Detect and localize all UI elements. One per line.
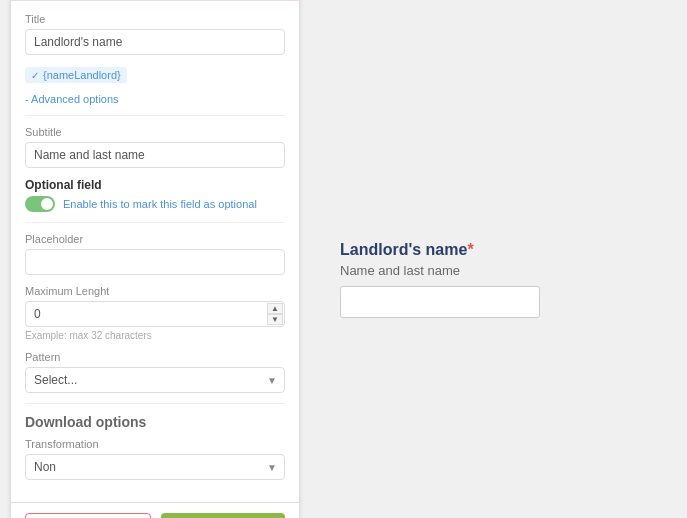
placeholder-field-group: Placeholder: [25, 233, 285, 275]
optional-field-group: Optional field Enable this to mark this …: [25, 178, 285, 212]
pattern-label: Pattern: [25, 351, 285, 363]
title-field-group: Title: [25, 13, 285, 55]
maxlength-label: Maximum Lenght: [25, 285, 285, 297]
spinner-up[interactable]: ▲: [267, 303, 283, 314]
divider-1: [25, 115, 285, 116]
tag-group: ✓ {nameLandlord}: [25, 65, 285, 84]
pattern-field-group: Pattern Select... Email Phone URL Number…: [25, 351, 285, 393]
spinner-down[interactable]: ▼: [267, 314, 283, 325]
divider-2: [25, 222, 285, 223]
transformation-select[interactable]: Non Uppercase Lowercase Capitalize: [25, 454, 285, 480]
toggle-knob: [41, 198, 53, 210]
panel-body: Title ✓ {nameLandlord} - Advanced option…: [11, 1, 299, 503]
transformation-label: Transformation: [25, 438, 285, 450]
pattern-select-wrap: Select... Email Phone URL Number ▼: [25, 367, 285, 393]
optional-toggle-label: Enable this to mark this field as option…: [63, 198, 257, 210]
save-button[interactable]: Save: [161, 513, 285, 518]
optional-section-title: Optional field: [25, 178, 285, 192]
title-input[interactable]: [25, 29, 285, 55]
preview-subtitle: Name and last name: [340, 263, 460, 278]
cancel-button[interactable]: Cancel: [25, 513, 151, 518]
preview-input[interactable]: [340, 286, 540, 318]
subtitle-field-group: Subtitle: [25, 126, 285, 168]
transformation-field-group: Transformation Non Uppercase Lowercase C…: [25, 438, 285, 480]
subtitle-input[interactable]: [25, 142, 285, 168]
transformation-select-wrap: Non Uppercase Lowercase Capitalize ▼: [25, 454, 285, 480]
advanced-options-link[interactable]: - Advanced options: [25, 93, 285, 105]
maxlength-input-wrap: ▲ ▼: [25, 301, 285, 327]
maxlength-hint: Example: max 32 characters: [25, 330, 285, 341]
short-text-panel: ☰ Short text ? Title ✓ {nameLandlord} - …: [10, 0, 300, 518]
required-star: *: [467, 241, 473, 258]
download-options-heading: Download options: [25, 403, 285, 430]
title-label: Title: [25, 13, 285, 25]
maxlength-input[interactable]: [25, 301, 285, 327]
placeholder-input[interactable]: [25, 249, 285, 275]
tag-check-icon: ✓: [31, 70, 39, 81]
name-tag[interactable]: ✓ {nameLandlord}: [25, 67, 127, 83]
optional-row: Enable this to mark this field as option…: [25, 196, 285, 212]
pattern-select[interactable]: Select... Email Phone URL Number: [25, 367, 285, 393]
maxlength-field-group: Maximum Lenght ▲ ▼ Example: max 32 chara…: [25, 285, 285, 341]
spinner-buttons: ▲ ▼: [267, 303, 283, 325]
panel-footer: Cancel Save: [11, 502, 299, 518]
subtitle-label: Subtitle: [25, 126, 285, 138]
tag-text: {nameLandlord}: [43, 69, 121, 81]
preview-label-text: Landlord's name: [340, 241, 467, 258]
optional-toggle[interactable]: [25, 196, 55, 212]
preview-area: Landlord's name* Name and last name: [320, 181, 677, 338]
preview-field-label: Landlord's name*: [340, 241, 474, 259]
placeholder-label: Placeholder: [25, 233, 285, 245]
